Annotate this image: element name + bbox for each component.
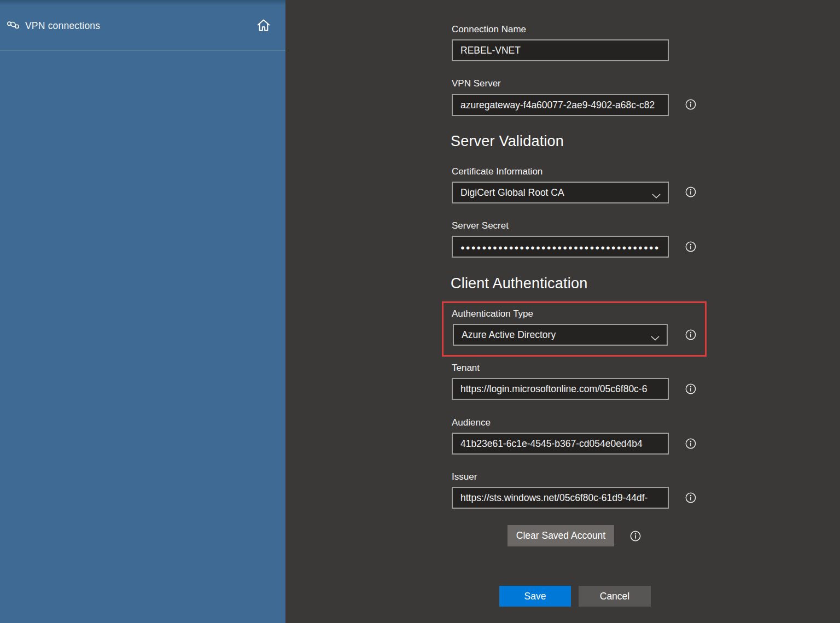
certificate-information-value: DigiCert Global Root CA (460, 187, 564, 199)
server-secret-label: Server Secret (452, 220, 509, 231)
flyout-title: VPN connections (25, 20, 100, 32)
tenant-label: Tenant (452, 363, 480, 374)
info-icon[interactable] (685, 383, 697, 395)
info-icon[interactable] (629, 530, 641, 542)
vpn-server-input[interactable] (452, 94, 669, 116)
client-authentication-heading: Client Authentication (451, 275, 587, 292)
vpn-icon (6, 20, 20, 32)
cancel-button[interactable]: Cancel (579, 586, 651, 607)
info-icon[interactable] (685, 329, 697, 341)
issuer-label: Issuer (452, 471, 477, 482)
server-validation-heading: Server Validation (451, 133, 564, 150)
connection-name-input[interactable] (452, 39, 669, 61)
flyout-header: VPN connections (0, 0, 285, 50)
chevron-down-icon (651, 190, 661, 197)
info-icon[interactable] (685, 241, 697, 253)
vpn-server-label: VPN Server (452, 78, 501, 89)
save-button[interactable]: Save (499, 586, 571, 607)
certificate-information-dropdown[interactable]: DigiCert Global Root CA (452, 182, 669, 203)
info-icon[interactable] (685, 98, 697, 110)
connection-name-label: Connection Name (452, 24, 526, 35)
clear-saved-account-button[interactable]: Clear Saved Account (508, 525, 614, 546)
issuer-input[interactable] (452, 487, 669, 509)
server-secret-input[interactable] (452, 236, 669, 258)
vpn-connections-flyout: VPN connections (0, 0, 285, 623)
audience-label: Audience (452, 417, 491, 428)
audience-input[interactable] (452, 433, 669, 455)
chevron-down-icon (650, 333, 660, 339)
vpn-settings-screen: VPN connections Connection Name VPN Serv… (0, 0, 840, 623)
home-icon[interactable] (255, 17, 272, 34)
authentication-type-value: Azure Active Directory (462, 329, 556, 341)
tenant-input[interactable] (452, 378, 669, 400)
vpn-properties-panel: Connection Name VPN Server Server Valida… (285, 0, 840, 623)
authentication-type-dropdown[interactable]: Azure Active Directory (453, 324, 668, 346)
info-icon[interactable] (685, 186, 697, 198)
info-icon[interactable] (685, 492, 697, 504)
certificate-information-label: Certificate Information (452, 166, 542, 177)
info-icon[interactable] (685, 438, 697, 450)
authentication-type-label: Authentication Type (452, 308, 533, 319)
